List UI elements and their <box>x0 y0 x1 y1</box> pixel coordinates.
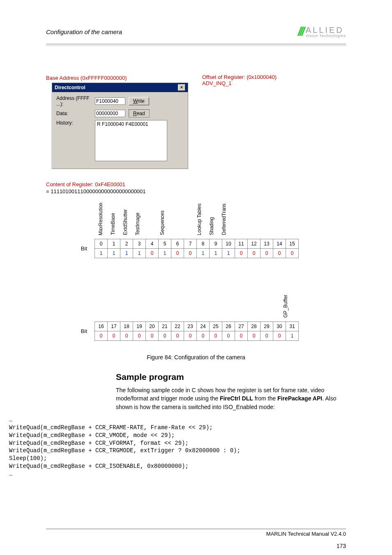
section-paragraph: The following sample code in C shows how… <box>116 386 346 411</box>
data-label: Data: <box>56 111 92 116</box>
page-header: Configuration of the camera /// ALLIED V… <box>46 25 346 42</box>
logo: /// ALLIED Vision Technologies <box>298 25 346 39</box>
bit-cell: 0 <box>261 249 273 258</box>
bit-header: Shading <box>209 217 214 235</box>
history-box[interactable]: R F1000040 F4E00001 <box>95 120 167 161</box>
bit-label-2: Bit <box>46 328 95 334</box>
bit-cell: 9 <box>210 239 222 249</box>
bit-cell: 0 <box>171 249 184 258</box>
bit-cell: 0 <box>235 331 248 341</box>
bit-cell: 4 <box>146 239 159 249</box>
bit-label-1: Bit <box>46 245 95 252</box>
bit-cell: 24 <box>197 322 210 331</box>
write-button[interactable]: Write <box>129 97 149 105</box>
bit-cell: 22 <box>171 322 184 331</box>
directcontrol-title-text: Directcontrol <box>55 85 85 90</box>
offset-line2: ADV_INQ_1 <box>202 80 277 86</box>
bit-cell: 17 <box>108 322 120 331</box>
data-input[interactable] <box>95 110 125 117</box>
bit-cell: 0 <box>222 331 235 341</box>
content-register-annotation: Content of Register: 0xF4E00001 = 111101… <box>46 181 334 194</box>
address-input[interactable] <box>95 97 125 105</box>
bit-table-2: GP_Buffer Bit 16171819202122232425262728… <box>46 282 334 341</box>
bit-header: GP_Buffer <box>283 295 288 318</box>
bit-cell: 0 <box>184 331 197 341</box>
code-block: … WriteQuad(m_cmdRegBase + CCR_FRAME-RAT… <box>9 416 346 478</box>
bit-cell: 0 <box>286 249 299 258</box>
bit-cell: 1 <box>159 249 171 258</box>
directcontrol-titlebar: Directcontrol × <box>52 83 188 92</box>
offset-register-annotation: Offset of Register: (0x1000040) ADV_INQ_… <box>202 74 277 86</box>
bit-cell: 0 <box>273 249 286 258</box>
bit-cell: 19 <box>133 322 146 331</box>
bit-cell: 7 <box>184 239 197 249</box>
bit-cell: 25 <box>210 322 222 331</box>
bit-cell: 0 <box>108 331 120 341</box>
bit-cell: 0 <box>171 331 184 341</box>
bit-cell: 1 <box>210 249 222 258</box>
bit-header: ExtdShutter <box>122 209 128 235</box>
bit-cell: 20 <box>146 322 159 331</box>
bit-cell: 0 <box>248 331 261 341</box>
bit-cell: 5 <box>159 239 171 249</box>
address-label: Address (FFFF ...): <box>56 95 92 107</box>
header-rule-thin <box>46 46 346 46</box>
bit-header: DeferredTrans <box>221 204 227 235</box>
bit-header: Sequences <box>159 210 165 235</box>
bit-cell: 2 <box>120 239 133 249</box>
bit-cell: 10 <box>222 239 235 249</box>
page-number: 173 <box>337 543 346 549</box>
figure-caption: Figure 84: Configuration of the camera <box>46 354 346 361</box>
offset-line1: Offset of Register: (0x1000040) <box>202 74 277 80</box>
close-icon[interactable]: × <box>178 84 185 91</box>
bit-cell: 21 <box>159 322 171 331</box>
bit-table-1: MaxResolutionTimeBaseExtdShutterTestImag… <box>46 199 334 258</box>
bit-cell: 0 <box>159 331 171 341</box>
bit-cell: 31 <box>286 322 299 331</box>
section-heading: Sample program <box>116 372 346 382</box>
bit-cell: 1 <box>133 249 146 258</box>
bit-cell: 15 <box>286 239 299 249</box>
bit-cell: 23 <box>184 322 197 331</box>
bit-header: TestImage <box>135 213 141 235</box>
footer-text: MARLIN Technical Manual V2.4.0 <box>46 531 346 537</box>
bit-cell: 0 <box>120 331 133 341</box>
bit-cell: 1 <box>108 239 120 249</box>
read-button[interactable]: Read <box>129 109 150 118</box>
bit-cell: 0 <box>210 331 222 341</box>
bit-cell: 6 <box>171 239 184 249</box>
bit-cell: 16 <box>95 322 108 331</box>
bit-cell: 1 <box>108 249 120 258</box>
bit-cell: 29 <box>261 322 273 331</box>
bit-cell: 0 <box>261 331 273 341</box>
bit-header: Lookup Tables <box>196 204 202 235</box>
bit-cell: 12 <box>248 239 261 249</box>
base-address-annotation: Base Address (0xFFFFF0000000) <box>46 75 334 81</box>
bit-cell: 0 <box>133 331 146 341</box>
bit-cell: 8 <box>197 239 210 249</box>
bit-cell: 13 <box>261 239 273 249</box>
bit-header: TimeBase <box>110 213 116 235</box>
header-rule <box>46 44 346 45</box>
bit-cell: 0 <box>248 249 261 258</box>
bit-cell: 1 <box>95 249 108 258</box>
history-label: History: <box>56 120 92 126</box>
bit-cell: 1 <box>286 331 299 341</box>
figure-84: Base Address (0xFFFFF0000000) Offset of … <box>46 75 334 341</box>
bit-cell: 1 <box>120 249 133 258</box>
header-title: Configuration of the camera <box>46 28 122 35</box>
logo-sub: Vision Technologies <box>306 34 346 38</box>
bit-cell: 28 <box>248 322 261 331</box>
bit-cell: 0 <box>146 249 159 258</box>
bit-cell: 0 <box>95 331 108 341</box>
bit-cell: 0 <box>146 331 159 341</box>
bit-cell: 30 <box>273 322 286 331</box>
page-footer: MARLIN Technical Manual V2.4.0 <box>46 528 346 537</box>
bit-cell: 0 <box>197 331 210 341</box>
directcontrol-window: Directcontrol × Address (FFFF ...): Writ… <box>52 83 188 169</box>
bit-cell: 0 <box>184 249 197 258</box>
bit-cell: 27 <box>235 322 248 331</box>
logo-slashes-icon: /// <box>298 25 303 39</box>
content-register-label: Content of Register: 0xF4E00001 <box>46 181 125 187</box>
history-entry: R F1000040 F4E00001 <box>97 121 148 127</box>
